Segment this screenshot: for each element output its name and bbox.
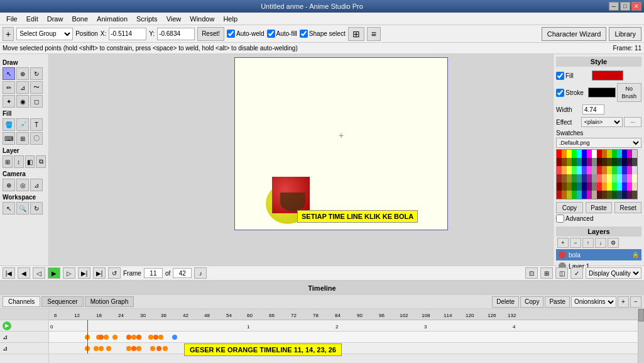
select-mode-dropdown[interactable]: Select Group	[16, 28, 73, 40]
layer-item-bola[interactable]: bola 🔒	[556, 249, 641, 260]
color-cell[interactable]	[562, 158, 567, 166]
beginning-button[interactable]: |◀	[3, 267, 15, 279]
color-cell[interactable]	[567, 191, 572, 199]
maximize-button[interactable]: □	[620, 2, 630, 11]
layer-delete-button[interactable]: −	[570, 238, 581, 248]
transform-tool[interactable]: ⊕	[16, 67, 29, 80]
workspace-tool2[interactable]: 🔍	[16, 202, 29, 215]
color-cell[interactable]	[617, 166, 622, 174]
keyframe-t2-4[interactable]	[106, 346, 111, 351]
keyframe-8[interactable]	[136, 335, 141, 340]
color-cell[interactable]	[602, 166, 607, 174]
menu-view[interactable]: View	[163, 14, 185, 24]
color-cell[interactable]	[622, 191, 627, 199]
timeline-tracks[interactable]: 6 12 18 24 30 36 42 48 54 60 66 72 78 84…	[49, 309, 638, 363]
color-cell[interactable]	[622, 150, 627, 158]
color-cell[interactable]	[617, 158, 622, 166]
color-cell[interactable]	[572, 166, 577, 174]
menu-draw[interactable]: Draw	[43, 14, 67, 24]
select-tool[interactable]: ↖	[3, 67, 15, 80]
color-cell[interactable]	[582, 182, 587, 191]
color-cell[interactable]	[562, 182, 567, 191]
track-row-1[interactable]	[49, 332, 638, 343]
menu-scripts[interactable]: Scripts	[133, 14, 161, 24]
color-cell[interactable]	[607, 182, 612, 191]
color-cell[interactable]	[587, 166, 592, 174]
color-cell[interactable]	[612, 174, 617, 182]
color-cell[interactable]	[607, 174, 612, 182]
copy-timeline-button[interactable]: Copy	[520, 296, 543, 308]
keyframe-t2-5[interactable]	[126, 346, 131, 351]
keyframe-3[interactable]	[99, 335, 104, 340]
zoom-in-button[interactable]: +	[618, 296, 629, 308]
x-input[interactable]	[109, 28, 146, 40]
width-input[interactable]	[582, 104, 604, 114]
shapeselect-checkbox[interactable]: Shape select	[300, 30, 346, 38]
color-cell[interactable]	[587, 158, 592, 166]
color-cell[interactable]	[612, 150, 617, 158]
color-cell[interactable]	[572, 191, 577, 199]
color-cell[interactable]	[612, 191, 617, 199]
color-cell[interactable]	[597, 174, 602, 182]
tab-channels[interactable]: Channels	[3, 296, 40, 307]
color-cell[interactable]	[617, 174, 622, 182]
menu-bone[interactable]: Bone	[68, 14, 92, 24]
play-button[interactable]: ▶	[48, 267, 60, 279]
color-cell[interactable]	[602, 158, 607, 166]
effect-dropdown[interactable]: <plain>	[581, 117, 623, 127]
end-button[interactable]: ▶|	[93, 267, 106, 279]
color-cell[interactable]	[562, 174, 567, 182]
keyframe-10[interactable]	[153, 335, 158, 340]
tab-sequencer[interactable]: Sequencer	[41, 296, 83, 307]
color-cell[interactable]	[557, 191, 562, 199]
layer-tool1[interactable]: ⊞	[3, 155, 13, 168]
bone-tool[interactable]: ✦	[3, 95, 15, 108]
color-cell[interactable]	[597, 150, 602, 158]
workspace-tool1[interactable]: ↖	[3, 202, 15, 215]
canvas-area[interactable]: + SETIAP TIME LINE KLIK KE BOLA	[49, 54, 553, 265]
color-cell[interactable]	[577, 191, 582, 199]
track-row-2[interactable]	[49, 343, 638, 354]
color-cell[interactable]	[587, 150, 592, 158]
color-cell[interactable]	[557, 150, 562, 158]
color-cell[interactable]	[582, 174, 587, 182]
color-cell[interactable]	[602, 174, 607, 182]
add-layer-button[interactable]: +	[3, 27, 14, 41]
keyframe-9[interactable]	[148, 335, 153, 340]
reset-style-button[interactable]: Reset	[614, 202, 641, 213]
view-btn2[interactable]: ⊞	[540, 267, 553, 279]
color-cell[interactable]	[622, 182, 627, 191]
layer-settings-button[interactable]: ⚙	[608, 238, 619, 248]
keyframe-5[interactable]	[112, 335, 117, 340]
color-cell[interactable]	[572, 158, 577, 166]
icon-btn-2[interactable]: ≡	[367, 27, 381, 41]
shape-tool[interactable]: ◻	[30, 95, 43, 108]
paint-tool[interactable]: 🪣	[3, 118, 15, 131]
close-button[interactable]: ✕	[631, 2, 641, 11]
color-cell[interactable]	[592, 166, 597, 174]
keyframe-7[interactable]	[131, 335, 136, 340]
color-cell[interactable]	[632, 150, 637, 158]
keyframe-12[interactable]	[172, 335, 177, 340]
quality-dropdown[interactable]: Display Quality	[586, 267, 641, 279]
color-cell[interactable]	[582, 150, 587, 158]
eyedrop-tool[interactable]: 💉	[16, 118, 29, 131]
color-cell[interactable]	[627, 182, 632, 191]
timeline-scrollbar[interactable]	[638, 309, 644, 363]
curve-tool[interactable]: 〜	[30, 81, 43, 94]
color-cell[interactable]	[592, 158, 597, 166]
color-cell[interactable]	[592, 191, 597, 199]
color-cell[interactable]	[567, 182, 572, 191]
layer-up-button[interactable]: ↑	[582, 238, 594, 248]
color-cell[interactable]	[607, 191, 612, 199]
stroke-color-swatch[interactable]	[588, 87, 615, 98]
color-cell[interactable]	[567, 174, 572, 182]
color-cell[interactable]	[577, 158, 582, 166]
keyframe-t2-10[interactable]	[163, 346, 168, 351]
draw-tool[interactable]: ✏	[3, 81, 15, 94]
workspace-tool3[interactable]: ↻	[30, 202, 43, 215]
keyframe-t2-9[interactable]	[156, 346, 161, 351]
color-cell[interactable]	[592, 150, 597, 158]
color-cell[interactable]	[577, 166, 582, 174]
menu-animation[interactable]: Animation	[93, 14, 131, 24]
